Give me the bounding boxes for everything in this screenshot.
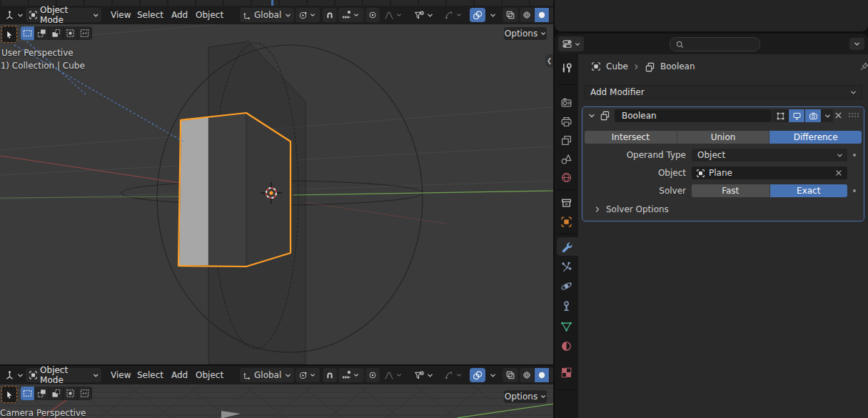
menu-add[interactable]: Add (167, 366, 192, 384)
shading-material-button[interactable] (550, 368, 553, 382)
toggle-render-display[interactable] (805, 109, 822, 122)
tab-render[interactable] (560, 96, 572, 109)
select-mode-subtract[interactable] (49, 387, 64, 400)
select-mode-invert[interactable] (64, 387, 78, 400)
select-mode-subtract[interactable] (49, 26, 64, 40)
select-mode-extend[interactable] (35, 26, 49, 40)
select-mode-extend[interactable] (35, 387, 49, 400)
select-mode-set[interactable] (21, 387, 35, 400)
tab-object-data[interactable] (560, 320, 572, 332)
xray-toggle[interactable] (503, 8, 518, 22)
solver-fast-button[interactable]: Fast (692, 184, 770, 197)
select-mode-invert[interactable] (64, 26, 78, 40)
menu-object[interactable]: Object (191, 6, 228, 24)
overlays-toggle[interactable] (470, 368, 485, 382)
shading-wireframe-button[interactable] (520, 368, 534, 382)
tab-particles[interactable] (560, 261, 572, 273)
tab-world[interactable] (560, 171, 572, 184)
gizmo-dropdown[interactable] (441, 368, 467, 382)
add-modifier-dropdown[interactable]: Add Modifier (584, 85, 862, 99)
viewport-3d-top[interactable]: Object Mode View Select Add Object Globa… (0, 6, 553, 364)
active-tool-button[interactable] (1, 386, 17, 403)
tab-output[interactable] (560, 116, 572, 128)
tab-collection[interactable] (560, 196, 572, 209)
menu-add[interactable]: Add (167, 6, 192, 24)
breadcrumb-modifier[interactable]: Boolean (660, 61, 695, 71)
search-input[interactable] (687, 39, 752, 49)
xray-toggle[interactable] (503, 368, 518, 382)
pivot-point-dropdown[interactable] (296, 8, 320, 22)
snap-toggle[interactable] (323, 368, 337, 382)
timeline-strip[interactable] (0, 0, 553, 6)
sidebar-toggle-handle[interactable]: ❮ (545, 54, 553, 67)
operation-intersect-button[interactable]: Intersect (585, 131, 677, 144)
pivot-point-dropdown[interactable] (296, 368, 320, 382)
menu-view[interactable]: View (106, 366, 135, 384)
proportional-editing-toggle[interactable] (365, 8, 380, 22)
proportional-falloff-dropdown[interactable] (381, 8, 405, 22)
select-mode-intersect[interactable] (78, 387, 92, 400)
show-objects-dropdown[interactable] (411, 8, 438, 22)
show-objects-dropdown[interactable] (411, 368, 438, 382)
properties-filter-dropdown[interactable] (849, 38, 864, 50)
solver-options-subpanel[interactable]: Solver Options (594, 204, 669, 214)
tab-view-layer[interactable] (560, 134, 572, 146)
shading-material-button[interactable] (550, 8, 553, 22)
panel-expand-chevron-icon[interactable] (588, 112, 595, 119)
shading-solid-button[interactable] (535, 368, 549, 382)
overlays-dropdown[interactable] (487, 8, 500, 22)
drag-handle-icon[interactable] (849, 113, 860, 119)
transform-orientation-dropdown[interactable]: Global (240, 8, 294, 22)
tab-object[interactable] (560, 216, 572, 228)
proportional-editing-toggle[interactable] (365, 368, 380, 382)
properties-search[interactable] (670, 37, 760, 51)
select-mode-set[interactable] (21, 26, 35, 40)
transform-orientation-dropdown[interactable]: Global (240, 368, 294, 382)
animate-property-dot[interactable] (853, 154, 856, 156)
tab-constraints[interactable] (560, 300, 572, 312)
tab-modifiers[interactable] (560, 241, 572, 253)
pin-icon[interactable] (859, 61, 868, 71)
remove-modifier-x-icon[interactable] (834, 111, 843, 120)
proportional-falloff-dropdown[interactable] (381, 368, 405, 382)
operation-union-button[interactable]: Union (677, 131, 770, 144)
tab-texture[interactable] (560, 367, 572, 379)
snap-toggle[interactable] (323, 8, 337, 22)
object-picker-field[interactable]: Plane (692, 166, 847, 179)
tab-scene[interactable] (560, 153, 572, 165)
editor-type-dropdown[interactable] (1, 368, 26, 382)
plane-object-camera-view[interactable] (221, 411, 241, 418)
mode-dropdown[interactable]: Object Mode (26, 368, 101, 382)
active-tool-button[interactable] (1, 26, 17, 43)
clear-object-x-icon[interactable] (834, 169, 843, 177)
shading-wireframe-button[interactable] (520, 8, 534, 22)
viewport-3d-bottom[interactable]: Object Mode View Select Add Object Globa… (0, 366, 553, 418)
options-button[interactable]: Options (504, 27, 547, 40)
menu-object[interactable]: Object (191, 366, 228, 384)
tab-physics[interactable] (560, 280, 572, 292)
playhead-marker[interactable] (271, 0, 273, 6)
modifier-name-field[interactable]: Boolean (615, 109, 772, 122)
overlays-toggle[interactable] (470, 8, 485, 22)
menu-select[interactable]: Select (133, 6, 168, 24)
menu-view[interactable]: View (106, 6, 135, 24)
operation-difference-button[interactable]: Difference (769, 131, 862, 144)
overlays-dropdown[interactable] (487, 368, 500, 382)
cube-object[interactable] (178, 113, 291, 267)
operand-type-dropdown[interactable]: Object (692, 149, 847, 161)
solver-exact-button[interactable]: Exact (770, 184, 848, 197)
snap-target-dropdown[interactable] (338, 368, 364, 382)
toggle-realtime-display[interactable] (789, 109, 805, 122)
select-mode-intersect[interactable] (78, 26, 92, 40)
tab-material[interactable] (560, 340, 572, 352)
options-button[interactable]: Options (504, 390, 547, 403)
toggle-edit-mode-display[interactable] (772, 109, 789, 122)
mode-dropdown[interactable]: Object Mode (26, 8, 101, 22)
snap-target-dropdown[interactable] (338, 8, 364, 22)
tab-tool[interactable] (560, 62, 572, 74)
breadcrumb-object[interactable]: Cube (606, 61, 628, 71)
editor-above-properties[interactable] (555, 0, 868, 31)
editor-type-properties-dropdown[interactable] (558, 36, 584, 51)
menu-select[interactable]: Select (133, 366, 168, 384)
modifier-extras-dropdown[interactable] (822, 109, 833, 122)
